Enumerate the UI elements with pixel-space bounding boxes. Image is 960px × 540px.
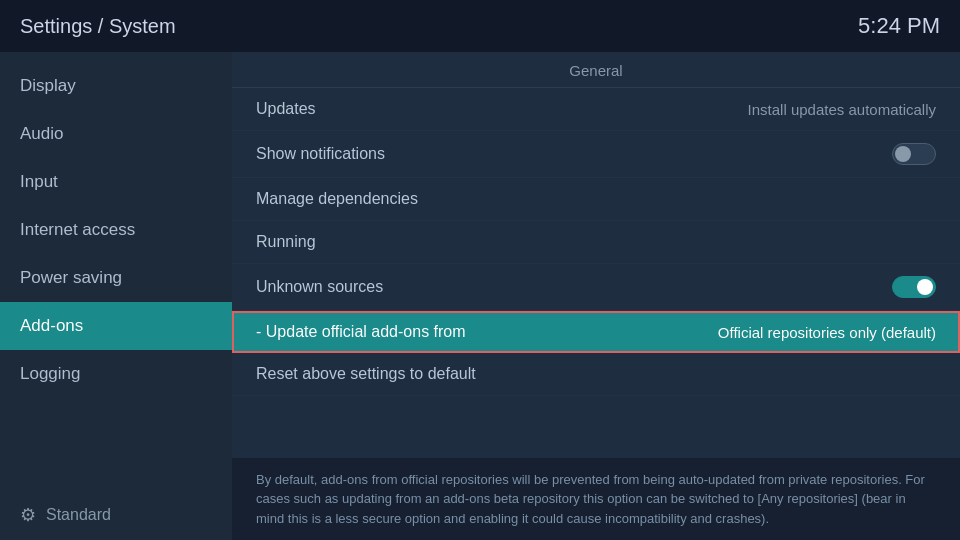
setting-row[interactable]: UpdatesInstall updates automatically <box>232 88 960 131</box>
section-title: General <box>232 52 960 88</box>
footer-description: By default, add-ons from official reposi… <box>232 458 960 541</box>
setting-row[interactable]: Show notifications <box>232 131 960 178</box>
sidebar-item-audio[interactable]: Audio <box>0 110 232 158</box>
setting-label: Reset above settings to default <box>256 365 476 383</box>
setting-row[interactable]: Reset above settings to default <box>232 353 960 396</box>
sidebar-footer: ⚙ Standard <box>0 490 232 540</box>
setting-label: Updates <box>256 100 316 118</box>
main-layout: DisplayAudioInputInternet accessPower sa… <box>0 52 960 540</box>
setting-label: Manage dependencies <box>256 190 418 208</box>
setting-row[interactable]: Running <box>232 221 960 264</box>
setting-label: Running <box>256 233 316 251</box>
gear-icon: ⚙ <box>20 504 36 526</box>
sidebar-item-logging[interactable]: Logging <box>0 350 232 398</box>
sidebar-item-power-saving[interactable]: Power saving <box>0 254 232 302</box>
sidebar-item-display[interactable]: Display <box>0 62 232 110</box>
header: Settings / System 5:24 PM <box>0 0 960 52</box>
sidebar: DisplayAudioInputInternet accessPower sa… <box>0 52 232 540</box>
setting-label: - Update official add-ons from <box>256 323 466 341</box>
sidebar-nav: DisplayAudioInputInternet accessPower sa… <box>0 52 232 398</box>
main-content: General UpdatesInstall updates automatic… <box>232 52 960 540</box>
setting-row[interactable]: Unknown sources <box>232 264 960 311</box>
page-title: Settings / System <box>20 15 176 38</box>
setting-label: Unknown sources <box>256 278 383 296</box>
toggle-off[interactable] <box>892 143 936 165</box>
toggle-on[interactable] <box>892 276 936 298</box>
sidebar-item-add-ons[interactable]: Add-ons <box>0 302 232 350</box>
sidebar-footer-label: Standard <box>46 506 111 524</box>
setting-row[interactable]: Manage dependencies <box>232 178 960 221</box>
sidebar-item-input[interactable]: Input <box>0 158 232 206</box>
settings-list: UpdatesInstall updates automaticallyShow… <box>232 88 960 458</box>
setting-value: Official repositories only (default) <box>718 324 936 341</box>
setting-label: Show notifications <box>256 145 385 163</box>
clock: 5:24 PM <box>858 13 940 39</box>
setting-value: Install updates automatically <box>748 101 936 118</box>
sidebar-item-internet-access[interactable]: Internet access <box>0 206 232 254</box>
setting-row[interactable]: - Update official add-ons fromOfficial r… <box>232 311 960 353</box>
